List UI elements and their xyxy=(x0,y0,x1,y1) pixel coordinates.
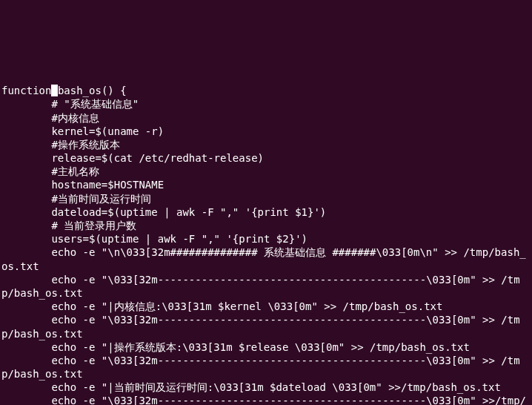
code-line[interactable]: kernel=$(uname -r) xyxy=(1,125,531,138)
code-line[interactable]: # 当前登录用户数 xyxy=(1,219,531,232)
code-line[interactable]: #主机名称 xyxy=(1,165,531,178)
code-line[interactable]: # "系统基础信息" xyxy=(1,97,531,111)
cursor xyxy=(51,85,57,96)
terminal-editor[interactable]: function bash_os() { # "系统基础信息" #内核信息 ke… xyxy=(0,57,532,405)
code-line[interactable]: echo -e "\033[32m-----------------------… xyxy=(1,313,531,340)
code-line[interactable]: function bash_os() { xyxy=(1,84,531,97)
code-text: bash_os() { xyxy=(58,85,127,96)
code-text: function xyxy=(1,85,51,96)
code-line[interactable]: dateload=$(uptime | awk -F "," '{print $… xyxy=(1,205,531,219)
code-line[interactable]: hostname=$HOSTNAME xyxy=(1,178,531,191)
code-content[interactable]: function bash_os() { # "系统基础信息" #内核信息 ke… xyxy=(1,84,531,405)
code-line[interactable]: echo -e "\033[32m-----------------------… xyxy=(1,273,531,300)
code-line[interactable]: echo -e "\033[32m-----------------------… xyxy=(1,394,531,405)
code-line[interactable]: #当前时间及运行时间 xyxy=(1,192,531,205)
code-line[interactable]: users=$(uptime | awk -F "," '{print $2}'… xyxy=(1,232,531,246)
code-line[interactable]: echo -e "|内核信息:\033[31m $kernel \033[0m"… xyxy=(1,300,531,313)
code-line[interactable]: echo -e "\033[32m-----------------------… xyxy=(1,354,531,381)
code-line[interactable]: echo -e "\n\033[32m############## 系统基础信息… xyxy=(1,246,531,272)
code-line[interactable]: #内核信息 xyxy=(1,111,531,125)
code-line[interactable]: release=$(cat /etc/redhat-release) xyxy=(1,151,531,165)
code-line[interactable]: echo -e "|操作系统版本:\033[31m $release \033[… xyxy=(1,340,531,354)
code-line[interactable]: #操作系统版本 xyxy=(1,138,531,151)
code-line[interactable]: echo -e "|当前时间及运行时间:\033[31m $dateload \… xyxy=(1,381,531,394)
